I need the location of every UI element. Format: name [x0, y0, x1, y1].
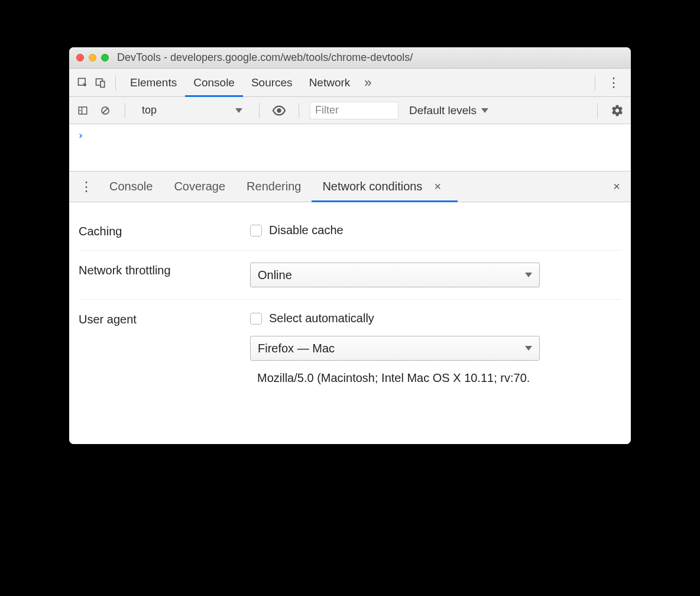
- user-agent-value: Firefox — Mac: [258, 342, 335, 355]
- throttling-row: Network throttling Online: [79, 251, 621, 300]
- caching-row: Caching Disable cache: [79, 212, 621, 251]
- drawer-tab-console[interactable]: Console: [99, 171, 163, 202]
- tab-console[interactable]: Console: [185, 69, 243, 97]
- select-automatically-checkbox[interactable]: [250, 313, 262, 325]
- svg-rect-2: [101, 81, 105, 87]
- tab-label: Console: [109, 180, 153, 193]
- close-drawer-icon[interactable]: ×: [607, 180, 626, 193]
- levels-label: Default levels: [409, 104, 477, 117]
- caching-label: Caching: [79, 224, 250, 238]
- svg-line-6: [103, 108, 108, 113]
- close-tab-icon[interactable]: ×: [428, 180, 447, 193]
- disable-cache-checkbox[interactable]: [250, 225, 262, 237]
- user-agent-string: Mozilla/5.0 (Macintosh; Intel Mac OS X 1…: [250, 371, 621, 385]
- console-sidebar-toggle-icon[interactable]: [74, 102, 92, 119]
- dropdown-arrow-icon: [525, 273, 532, 277]
- tab-label: Network: [309, 76, 351, 89]
- kebab-menu-icon[interactable]: ⋮: [601, 76, 626, 89]
- drawer-tab-network-conditions[interactable]: Network conditions ×: [312, 171, 458, 202]
- console-prompt-icon: ›: [77, 129, 84, 141]
- tab-label: Network conditions: [322, 180, 422, 193]
- separator: [299, 103, 299, 118]
- close-window-button[interactable]: [76, 54, 84, 61]
- tab-network[interactable]: Network: [301, 69, 359, 97]
- drawer-tabbar: ⋮ Console Coverage Rendering Network con…: [69, 171, 631, 202]
- execution-context-select[interactable]: top: [136, 102, 248, 119]
- window-title: DevTools - developers.google.com/web/too…: [117, 51, 413, 64]
- tab-label: Sources: [251, 76, 293, 89]
- throttling-label: Network throttling: [79, 263, 250, 277]
- live-expression-icon[interactable]: [270, 102, 288, 119]
- main-tabbar: Elements Console Sources Network » ⋮: [69, 69, 631, 97]
- separator: [259, 103, 260, 118]
- user-agent-row: User agent Select automatically Firefox …: [79, 300, 621, 397]
- inspect-element-icon[interactable]: [74, 74, 92, 92]
- separator: [125, 103, 125, 118]
- clear-console-icon[interactable]: [96, 102, 114, 119]
- tab-label: Coverage: [174, 180, 225, 193]
- drawer-tab-rendering[interactable]: Rendering: [236, 171, 312, 202]
- disable-cache-option[interactable]: Disable cache: [250, 224, 621, 237]
- svg-point-7: [277, 108, 281, 112]
- throttling-select[interactable]: Online: [250, 263, 540, 287]
- user-agent-label: User agent: [79, 312, 250, 326]
- traffic-lights: [76, 54, 109, 61]
- zoom-window-button[interactable]: [101, 54, 109, 61]
- separator: [595, 75, 595, 90]
- more-tabs-icon[interactable]: »: [358, 75, 377, 90]
- select-automatically-option[interactable]: Select automatically: [250, 312, 621, 325]
- titlebar: DevTools - developers.google.com/web/too…: [69, 47, 631, 69]
- console-output[interactable]: ›: [69, 124, 631, 171]
- separator: [597, 103, 598, 118]
- dropdown-arrow-icon: [481, 108, 488, 113]
- network-conditions-panel: Caching Disable cache Network throttling…: [69, 202, 631, 444]
- throttling-value: Online: [258, 268, 292, 282]
- disable-cache-label: Disable cache: [269, 224, 343, 237]
- user-agent-select[interactable]: Firefox — Mac: [250, 336, 540, 361]
- separator: [115, 75, 116, 90]
- tab-elements[interactable]: Elements: [122, 69, 185, 97]
- drawer-kebab-menu-icon[interactable]: ⋮: [74, 180, 99, 193]
- context-value: top: [142, 104, 157, 116]
- drawer-tab-coverage[interactable]: Coverage: [163, 171, 236, 202]
- tab-sources[interactable]: Sources: [243, 69, 301, 97]
- tab-label: Rendering: [247, 180, 301, 193]
- dropdown-arrow-icon: [525, 346, 532, 351]
- select-automatically-label: Select automatically: [269, 312, 374, 325]
- gear-icon[interactable]: [608, 102, 626, 119]
- tab-label: Console: [193, 76, 235, 89]
- devtools-window: DevTools - developers.google.com/web/too…: [69, 47, 631, 444]
- device-toolbar-icon[interactable]: [92, 74, 109, 92]
- tab-label: Elements: [130, 76, 177, 89]
- log-levels-select[interactable]: Default levels: [403, 104, 494, 117]
- filter-input[interactable]: [310, 102, 398, 119]
- console-toolbar: top Default levels: [69, 97, 631, 124]
- dropdown-arrow-icon: [235, 108, 242, 113]
- minimize-window-button[interactable]: [89, 54, 96, 61]
